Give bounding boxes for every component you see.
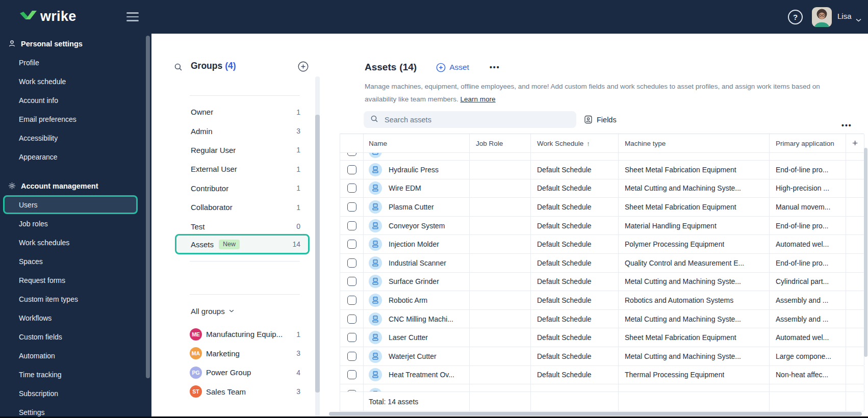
asset-row[interactable]: Surface Grinder Default Schedule Metal C… [340,273,864,292]
avatar[interactable] [812,7,832,27]
row-checkbox[interactable] [347,165,356,174]
row-checkbox[interactable] [347,370,356,379]
asset-row[interactable]: Injection Molder Default Schedule Polyme… [340,235,864,254]
sidebar-item-account-info[interactable]: Account info [0,91,151,110]
group-role-regular-user[interactable]: Regular User 1 [175,141,310,160]
asset-row[interactable]: Heat Treatment Ov... Default Schedule Th… [340,366,864,385]
sidebar-item-spaces[interactable]: Spaces [0,252,151,271]
row-checkbox[interactable] [347,240,356,249]
group-role-test[interactable]: Test 0 [175,217,310,236]
user-name[interactable]: Lisa [837,12,852,20]
asset-row[interactable]: CNC Milling Machi... Default Schedule Me… [340,310,864,329]
asset-row[interactable]: Laser Cutter Default Schedule Sheet Meta… [340,328,864,347]
asset-name: Robotic Arm [389,296,427,304]
groups-scrollbar-thumb[interactable] [315,115,320,393]
sidebar-item-email-preferences[interactable]: Email preferences [0,110,151,128]
asset-name: Plasma Cutter [389,203,434,211]
table-horizontal-scrollbar[interactable] [329,412,862,416]
learn-more-link[interactable]: Learn more [461,95,496,103]
header-work-schedule[interactable]: Work Schedule↑ [531,134,619,152]
add-column-button[interactable]: + [846,134,864,152]
row-checkbox[interactable] [347,258,356,268]
asset-work-schedule: Default Schedule [537,296,592,304]
sidebar-item-automation[interactable]: Automation [0,346,151,365]
sidebar-item-accessibility[interactable]: Accessibility [0,128,151,147]
sidebar-item-custom-fields[interactable]: Custom fields [0,327,151,346]
asset-work-schedule: Default Schedule [537,315,592,323]
fields-button[interactable]: Fields [584,111,617,128]
group-role-collaborator[interactable]: Collaborator 1 [175,198,310,217]
asset-name: Hydraulic Press [389,166,439,174]
all-groups-filter[interactable]: All groups [191,302,234,320]
search-icon [370,115,378,125]
row-checkbox[interactable] [347,296,356,305]
group-team-sales-team[interactable]: ST Sales Team 3 [175,382,310,402]
sidebar-item-appearance[interactable]: Appearance [0,147,151,166]
asset-row[interactable]: Robotic Arm Default Schedule Robotics an… [340,291,864,310]
search-icon[interactable] [174,63,183,73]
sidebar-item-job-roles[interactable]: Job roles [0,214,151,233]
divider [190,294,300,295]
row-checkbox[interactable] [347,184,356,193]
header-select-all[interactable] [340,134,364,152]
search-assets-input[interactable] [384,115,557,124]
row-checkbox[interactable] [347,352,356,361]
sidebar-item-time-tracking[interactable]: Time tracking [0,365,151,384]
sidebar-item-work-schedules[interactable]: Work schedules [0,233,151,252]
groups-scrollbar-track[interactable] [315,76,320,418]
asset-row[interactable]: Wire EDM Default Schedule Metal Cutting … [340,179,864,198]
group-role-admin[interactable]: Admin 3 [175,121,310,140]
asset-name: Waterjet Cutter [389,352,437,360]
row-checkbox[interactable] [347,221,356,230]
group-team-marketing[interactable]: MA Marketing 3 [175,344,310,363]
row-checkbox[interactable] [347,277,356,286]
group-team-power-group[interactable]: PG Power Group 4 [175,363,310,382]
asset-machine-type: Metal Cutting and Machining Syste... [625,184,741,192]
row-checkbox[interactable] [347,333,356,342]
asset-work-schedule: Default Schedule [537,184,592,192]
sidebar-item-workflows[interactable]: Workflows [0,308,151,327]
header-primary-application[interactable]: Primary application [770,134,846,152]
sidebar-item-users[interactable]: Users [3,195,138,214]
row-checkbox[interactable] [347,202,356,212]
menu-hamburger-icon[interactable] [126,12,139,21]
group-role-contributor[interactable]: Contributor 1 [175,179,310,198]
sidebar-scrollbar[interactable] [146,36,150,378]
asset-name: Wire EDM [389,184,421,192]
asset-name: Heat Treatment Ov... [389,371,454,379]
title-more-menu-icon[interactable]: ••• [490,63,500,71]
row-checkbox[interactable] [347,153,356,156]
asset-row[interactable]: Industrial Scanner Default Schedule Qual… [340,254,864,273]
asset-row[interactable]: Hydraulic Press Default Schedule Sheet M… [340,161,864,179]
header-machine-type[interactable]: Machine type [619,134,770,152]
sidebar-item-custom-item-types[interactable]: Custom item types [0,290,151,308]
asset-icon [369,388,382,391]
asset-work-schedule: Default Schedule [537,371,592,379]
assets-nav-row[interactable]: Assets New 14 [175,234,310,254]
group-role-owner[interactable]: Owner 1 [175,102,310,121]
sidebar-item-settings[interactable]: Settings [0,403,151,418]
add-asset-button[interactable]: Asset [436,63,469,72]
header-job-role[interactable]: Job Role [470,134,531,152]
sidebar-item-profile[interactable]: Profile [0,53,151,72]
asset-row[interactable]: Conveyor System Default Schedule Materia… [340,217,864,236]
asset-row[interactable]: Waterjet Cutter Default Schedule Metal C… [340,347,864,366]
row-checkbox[interactable] [347,315,356,324]
sidebar-item-subscription[interactable]: Subscription [0,384,151,403]
group-count: 1 [296,203,300,212]
page-title-count: (14) [399,62,417,73]
groups-panel: Groups(4) Owner 1 Admin 3 Regular User 1… [151,34,321,418]
sidebar-item-work-schedule[interactable]: Work schedule [0,72,151,91]
table-more-menu-icon[interactable]: ••• [841,121,852,129]
header-name[interactable]: Name [364,134,470,152]
group-role-external-user[interactable]: External User 1 [175,160,310,178]
page-title: Assets [365,62,396,73]
group-team-manufacturing-equip[interactable]: ME Manufacturing Equip... 1 [175,325,310,344]
help-icon[interactable]: ? [788,10,803,24]
table-vertical-scrollbar[interactable] [864,148,867,357]
asset-row[interactable]: Plasma Cutter Default Schedule Sheet Met… [340,198,864,217]
group-count: 1 [296,184,300,192]
row-checkbox[interactable] [347,390,356,391]
sidebar-item-request-forms[interactable]: Request forms [0,271,151,290]
add-group-icon[interactable] [298,61,309,74]
